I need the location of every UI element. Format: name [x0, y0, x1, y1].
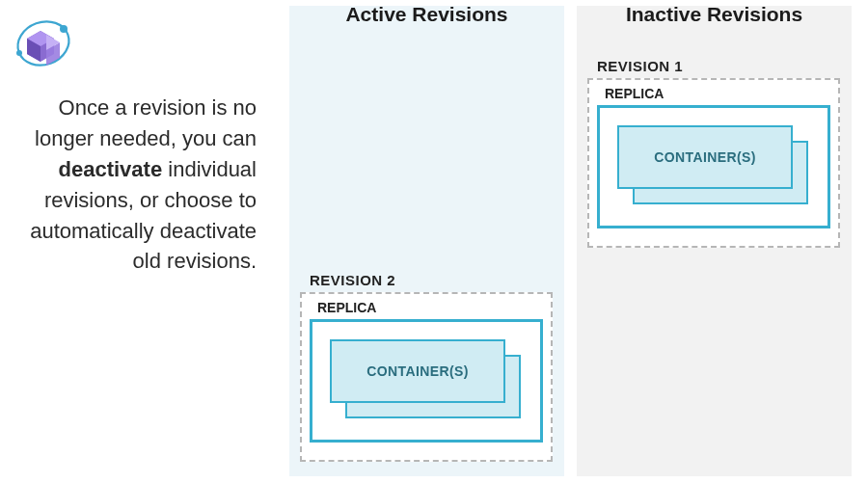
- active-revisions-panel: Active Revisions REVISION 2 REPLICA CONT…: [289, 6, 564, 476]
- left-column: Once a revision is no longer needed, you…: [0, 0, 280, 294]
- replica-label-active: REPLICA: [317, 300, 543, 315]
- description-text: Once a revision is no longer needed, you…: [10, 93, 257, 277]
- desc-bold: deactivate: [59, 157, 163, 181]
- desc-pre: Once a revision is no longer needed, you…: [35, 95, 257, 150]
- replica-label-inactive: REPLICA: [605, 86, 830, 101]
- container-box-front: CONTAINER(S): [330, 339, 505, 403]
- svg-point-2: [60, 25, 68, 33]
- inactive-revisions-panel: Inactive Revisions REVISION 1 REPLICA CO…: [577, 6, 852, 476]
- revision-2-block: REVISION 2 REPLICA CONTAINER(S): [300, 272, 553, 462]
- inactive-panel-title: Inactive Revisions: [577, 3, 852, 26]
- svg-point-1: [16, 50, 22, 56]
- replica-box-inactive: CONTAINER(S): [597, 105, 830, 228]
- container-label-inactive: CONTAINER(S): [654, 149, 756, 165]
- revision-1-label: REVISION 1: [597, 58, 840, 74]
- replica-box-active: CONTAINER(S): [310, 319, 543, 443]
- container-label-active: CONTAINER(S): [366, 363, 469, 379]
- revision-1-block: REVISION 1 REPLICA CONTAINER(S): [587, 58, 840, 248]
- revision-2-box: REPLICA CONTAINER(S): [300, 292, 553, 462]
- container-box-front-inactive: CONTAINER(S): [617, 125, 793, 189]
- revision-2-label: REVISION 2: [310, 272, 553, 288]
- active-panel-title: Active Revisions: [289, 3, 564, 26]
- container-apps-logo-icon: [10, 17, 79, 73]
- revision-1-box: REPLICA CONTAINER(S): [587, 78, 840, 248]
